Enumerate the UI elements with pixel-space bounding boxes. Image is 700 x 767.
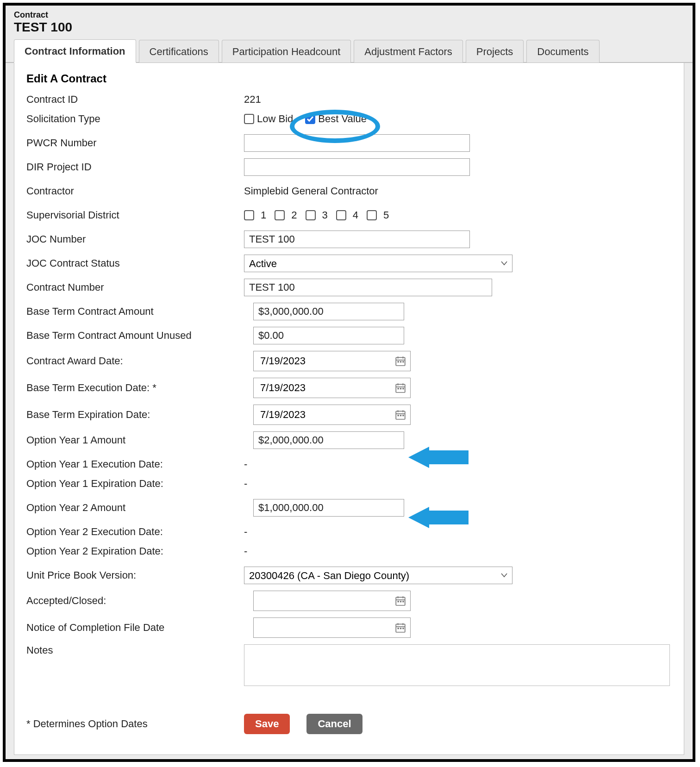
select-joc-contract-status[interactable]: Active [244, 255, 512, 272]
content-panel: Edit A Contract Contract ID 221 Solicita… [14, 63, 684, 755]
label-supervisorial-district: Supervisorial District [26, 209, 244, 221]
input-pwcr-number[interactable] [244, 134, 470, 152]
save-button[interactable]: Save [244, 714, 290, 734]
input-base-term-amount[interactable] [253, 303, 404, 320]
checkbox-best-value[interactable] [305, 114, 315, 124]
date-base-term-exec[interactable] [253, 378, 411, 398]
svg-rect-30 [398, 628, 399, 629]
app-window: Contract TEST 100 Contract Information C… [3, 3, 695, 762]
checkbox-district-1[interactable] [244, 210, 254, 220]
date-base-term-exp[interactable] [253, 405, 411, 425]
label-notes: Notes [26, 644, 244, 656]
svg-rect-4 [402, 361, 404, 362]
label-joc-contract-status: JOC Contract Status [26, 257, 244, 269]
svg-rect-17 [400, 415, 401, 416]
input-contract-award-date[interactable] [259, 355, 394, 368]
cancel-button[interactable]: Cancel [306, 714, 362, 734]
district-label: 4 [353, 209, 358, 221]
input-joc-number[interactable] [244, 231, 470, 248]
input-base-term-exec-date[interactable] [259, 381, 394, 394]
label-unit-price-book: Unit Price Book Version: [26, 569, 244, 581]
svg-rect-32 [402, 628, 404, 629]
svg-rect-11 [402, 388, 404, 389]
value-opt1-exp: - [244, 478, 247, 490]
label-pwcr-number: PWCR Number [26, 137, 244, 149]
label-joc-number: JOC Number [26, 233, 244, 245]
button-label: Save [255, 718, 279, 730]
section-title: Edit A Contract [26, 72, 672, 85]
label-opt1-exec: Option Year 1 Execution Date: [26, 458, 244, 470]
input-accepted-closed[interactable] [259, 594, 394, 607]
label-dir-project-id: DIR Project ID [26, 161, 244, 173]
tab-projects[interactable]: Projects [466, 40, 524, 62]
label-base-term-amount-unused: Base Term Contract Amount Unused [26, 330, 244, 342]
value-opt2-exp: - [244, 545, 247, 557]
label-notice-completion: Notice of Completion File Date [26, 622, 244, 634]
checkbox-low-bid[interactable] [244, 114, 254, 124]
label-base-term-amount: Base Term Contract Amount [26, 306, 244, 318]
svg-rect-3 [400, 361, 401, 362]
tab-label: Participation Headcount [232, 46, 341, 57]
input-opt2-amount[interactable] [253, 499, 404, 517]
svg-rect-9 [398, 388, 399, 389]
footnote: * Determines Option Dates [26, 718, 244, 730]
label-contractor: Contractor [26, 185, 244, 197]
svg-rect-18 [402, 415, 404, 416]
label-opt2-exec: Option Year 2 Execution Date: [26, 526, 244, 538]
button-label: Cancel [318, 718, 351, 730]
checkbox-district-4[interactable] [336, 210, 346, 220]
svg-rect-2 [398, 361, 399, 362]
checkbox-label-best-value: Best Value [318, 113, 367, 125]
input-contract-number[interactable] [244, 279, 492, 296]
tab-label: Certifications [150, 46, 208, 57]
value-contractor: Simplebid General Contractor [244, 185, 378, 197]
calendar-icon[interactable] [394, 595, 406, 607]
tab-certifications[interactable]: Certifications [139, 40, 219, 62]
svg-rect-10 [400, 388, 401, 389]
calendar-icon[interactable] [394, 355, 406, 367]
value-opt1-exec: - [244, 458, 247, 470]
checkbox-district-5[interactable] [367, 210, 377, 220]
label-base-term-exec-date: Base Term Execution Date: * [26, 382, 244, 394]
district-label: 3 [322, 209, 328, 221]
input-base-term-exp-date[interactable] [259, 408, 394, 421]
input-notice-completion[interactable] [259, 621, 394, 634]
checkbox-district-3[interactable] [306, 210, 316, 220]
page-title: TEST 100 [6, 20, 693, 38]
checkbox-district-2[interactable] [275, 210, 285, 220]
input-dir-project-id[interactable] [244, 158, 470, 176]
tab-contract-information[interactable]: Contract Information [14, 39, 136, 63]
tab-adjustment-factors[interactable]: Adjustment Factors [354, 40, 463, 62]
tab-bar: Contract Information Certifications Part… [6, 38, 693, 63]
calendar-icon[interactable] [394, 382, 406, 394]
tab-documents[interactable]: Documents [526, 40, 599, 62]
input-base-term-amount-unused[interactable] [253, 327, 404, 344]
label-base-term-exp-date: Base Term Expiration Date: [26, 409, 244, 421]
date-accepted-closed[interactable] [253, 591, 411, 611]
value-opt2-exec: - [244, 526, 247, 538]
label-contract-id: Contract ID [26, 94, 244, 106]
textarea-notes[interactable] [244, 644, 670, 686]
svg-rect-25 [402, 601, 404, 602]
date-contract-award[interactable] [253, 351, 411, 371]
svg-rect-31 [400, 628, 401, 629]
tab-label: Contract Information [25, 45, 125, 57]
calendar-icon[interactable] [394, 622, 406, 634]
district-label: 5 [383, 209, 389, 221]
value-contract-id: 221 [244, 94, 261, 106]
tab-label: Adjustment Factors [364, 46, 452, 57]
breadcrumb: Contract [6, 6, 693, 20]
svg-rect-16 [398, 415, 399, 416]
tab-label: Projects [476, 46, 513, 57]
label-contract-award-date: Contract Award Date: [26, 355, 244, 367]
svg-rect-23 [398, 601, 399, 602]
input-opt1-amount[interactable] [253, 431, 404, 449]
label-solicitation-type: Solicitation Type [26, 113, 244, 125]
select-unit-price-book[interactable]: 20300426 (CA - San Diego County) [244, 567, 512, 584]
label-accepted-closed: Accepted/Closed: [26, 595, 244, 607]
district-label: 1 [261, 209, 266, 221]
calendar-icon[interactable] [394, 409, 406, 421]
tab-participation-headcount[interactable]: Participation Headcount [222, 40, 351, 62]
date-notice-completion[interactable] [253, 617, 411, 638]
label-opt2-exp: Option Year 2 Expiration Date: [26, 545, 244, 557]
